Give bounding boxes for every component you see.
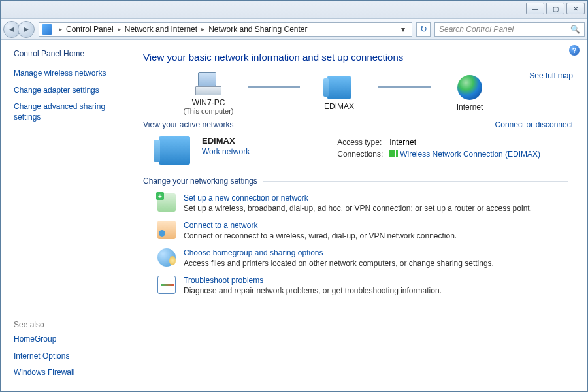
change-settings-heading: Change your networking settings (143, 176, 257, 186)
map-connector (378, 86, 431, 88)
access-type-label: Access type: (337, 137, 388, 148)
map-connector (248, 86, 300, 88)
connect-disconnect-link[interactable]: Connect or disconnect (495, 120, 573, 129)
task-list: Set up a new connection or network Set u… (143, 193, 573, 295)
sidebar-link-adapter[interactable]: Change adapter settings (14, 86, 126, 96)
task-setup-connection-link[interactable]: Set up a new connection or network (184, 193, 532, 203)
sidebar-link-advanced-sharing[interactable]: Change advanced sharing settings (14, 102, 126, 122)
network-details: Access type: Internet Connections: Wirel… (336, 136, 547, 165)
map-node-this-pc[interactable]: WIN7-PC (This computer) (169, 72, 248, 115)
help-icon[interactable]: ? (569, 45, 580, 56)
active-networks-heading: View your active networks (143, 120, 234, 129)
titlebar: — ▢ ✕ (1, 1, 587, 19)
setup-connection-icon (157, 193, 176, 212)
map-node-router[interactable]: EDIMAX (300, 76, 378, 111)
network-map: WIN7-PC (This computer) EDIMAX Internet (169, 72, 573, 115)
maximize-button[interactable]: ▢ (546, 3, 564, 14)
see-also-internet-options[interactable]: Internet Options (14, 351, 126, 362)
control-panel-home-link[interactable]: Control Panel Home (14, 49, 126, 58)
chevron-right-icon: ▸ (115, 25, 123, 33)
minimize-button[interactable]: — (526, 3, 544, 14)
map-node-internet[interactable]: Internet (431, 75, 509, 112)
breadcrumb-dropdown[interactable]: ▾ (397, 25, 409, 34)
content-pane: ? View your basic network information an… (135, 40, 587, 391)
network-type-link[interactable]: Work network (202, 147, 250, 156)
task-connect-network-link[interactable]: Connect to a network (184, 221, 457, 230)
toolbar: ◄ ► ▸ Control Panel ▸ Network and Intern… (1, 19, 587, 40)
see-full-map-link[interactable]: See full map (529, 71, 573, 80)
homegroup-icon (157, 248, 176, 267)
control-panel-icon (42, 24, 52, 35)
forward-button[interactable]: ► (18, 21, 35, 38)
network-icon (159, 136, 190, 165)
see-also-windows-firewall[interactable]: Windows Firewall (14, 368, 126, 378)
access-type-value: Internet (389, 137, 546, 148)
breadcrumb-item[interactable]: Control Panel (66, 25, 114, 34)
task-desc: Diagnose and repair network problems, or… (184, 286, 442, 295)
task-desc: Access files and printers located on oth… (184, 259, 494, 268)
breadcrumb[interactable]: ▸ Control Panel ▸ Network and Internet ▸… (39, 22, 412, 37)
task-troubleshoot-link[interactable]: Troubleshoot problems (184, 276, 442, 285)
connections-label: Connections: (337, 149, 388, 159)
search-icon: 🔍 (570, 25, 580, 34)
refresh-button[interactable]: ↻ (416, 22, 431, 37)
chevron-right-icon: ▸ (199, 25, 207, 33)
search-placeholder: Search Control Panel (439, 25, 514, 34)
see-also-heading: See also (14, 320, 126, 329)
connect-network-icon (157, 221, 176, 239)
connection-link[interactable]: Wireless Network Connection (EDIMAX) (400, 150, 540, 159)
breadcrumb-item[interactable]: Network and Sharing Center (208, 25, 307, 34)
page-title: View your basic network information and … (143, 52, 573, 63)
task-desc: Connect or reconnect to a wireless, wire… (184, 231, 457, 240)
sidebar: Control Panel Home Manage wireless netwo… (1, 40, 135, 391)
breadcrumb-item[interactable]: Network and Internet (125, 25, 197, 34)
network-name: EDIMAX (202, 136, 250, 146)
computer-icon (195, 72, 221, 95)
search-input[interactable]: Search Control Panel 🔍 (434, 22, 585, 37)
troubleshoot-icon (157, 276, 176, 294)
close-button[interactable]: ✕ (566, 3, 585, 14)
task-homegroup-link[interactable]: Choose homegroup and sharing options (184, 248, 494, 257)
task-desc: Set up a wireless, broadband, dial-up, a… (184, 204, 532, 213)
sidebar-link-wireless[interactable]: Manage wireless networks (14, 69, 126, 79)
router-icon (327, 76, 351, 99)
see-also-homegroup[interactable]: HomeGroup (14, 335, 126, 345)
globe-icon (457, 75, 482, 100)
signal-icon (389, 150, 398, 157)
chevron-right-icon: ▸ (56, 25, 65, 33)
